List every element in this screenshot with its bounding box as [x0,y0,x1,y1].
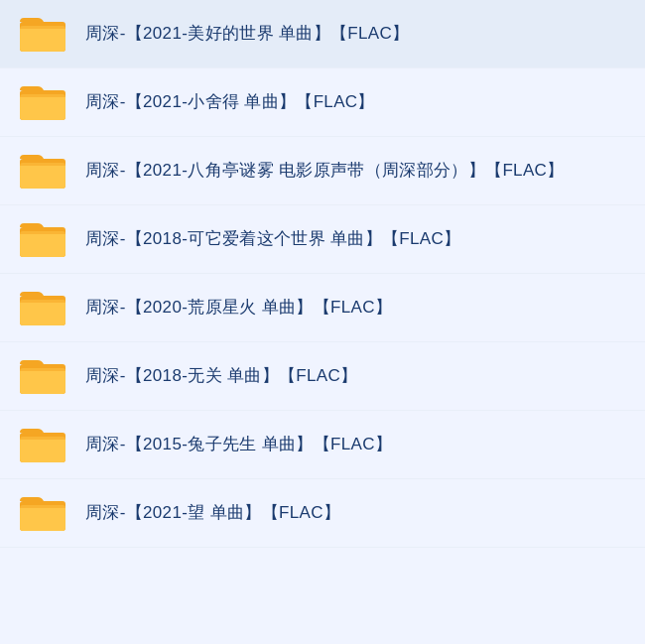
svg-rect-17 [20,368,65,371]
svg-rect-19 [20,437,65,462]
folder-name: 周深-【2015-兔子先生 单曲】【FLAC】 [85,433,392,456]
folder-name: 周深-【2021-美好的世界 单曲】【FLAC】 [85,22,409,46]
svg-rect-14 [20,300,65,303]
svg-rect-23 [20,505,65,508]
svg-rect-11 [20,231,65,234]
folder-name: 周深-【2021-望 单曲】【FLAC】 [85,501,340,525]
folder-name: 周深-【2018-可它爱着这个世界 单曲】【FLAC】 [85,227,461,251]
svg-rect-7 [20,163,65,189]
folder-item[interactable]: 周深-【2020-荒原星火 单曲】【FLAC】 [0,274,645,342]
svg-rect-4 [20,94,65,120]
folder-name: 周深-【2021-小舍得 单曲】【FLAC】 [85,90,375,114]
svg-rect-22 [20,505,65,531]
folder-icon [20,151,67,191]
svg-rect-10 [20,231,65,257]
svg-rect-1 [20,26,65,52]
folder-item[interactable]: 周深-【2021-望 单曲】【FLAC】 [0,479,645,548]
svg-rect-2 [20,26,65,29]
folder-icon [20,219,67,259]
folder-item[interactable]: 周深-【2018-无关 单曲】【FLAC】 [0,342,645,411]
svg-rect-20 [20,437,65,440]
svg-rect-13 [20,300,65,325]
folder-item[interactable]: 周深-【2015-兔子先生 单曲】【FLAC】 [0,411,645,479]
folder-icon [20,425,67,464]
folder-item[interactable]: 周深-【2021-美好的世界 单曲】【FLAC】 [0,0,645,68]
folder-name: 周深-【2021-八角亭谜雾 电影原声带（周深部分）】【FLAC】 [85,159,565,183]
svg-rect-5 [20,94,65,97]
folder-name: 周深-【2020-荒原星火 单曲】【FLAC】 [85,296,392,320]
folder-icon [20,82,67,122]
folder-icon [20,14,67,54]
folder-icon [20,356,67,396]
folder-name: 周深-【2018-无关 单曲】【FLAC】 [85,364,357,388]
folder-item[interactable]: 周深-【2021-八角亭谜雾 电影原声带（周深部分）】【FLAC】 [0,137,645,205]
folder-icon [20,493,67,533]
svg-rect-16 [20,368,65,394]
folder-item[interactable]: 周深-【2018-可它爱着这个世界 单曲】【FLAC】 [0,205,645,274]
folder-item[interactable]: 周深-【2021-小舍得 单曲】【FLAC】 [0,68,645,137]
folder-icon [20,288,67,327]
svg-rect-8 [20,163,65,166]
folder-list: 周深-【2021-美好的世界 单曲】【FLAC】 周深-【2021-小舍得 单曲… [0,0,645,548]
